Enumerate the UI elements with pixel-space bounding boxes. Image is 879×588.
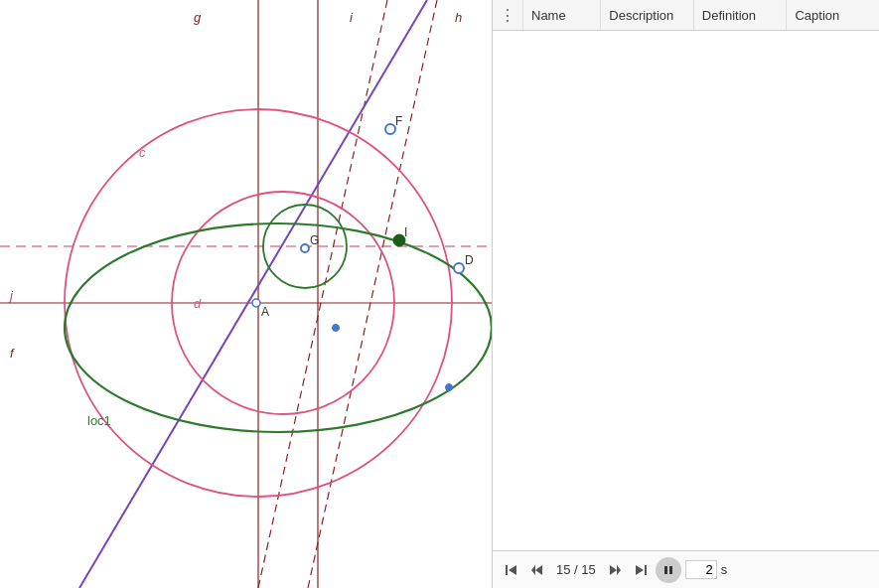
frame-counter: 15 / 15 (552, 562, 600, 577)
geometry-canvas[interactable]: j f g i h c d loc1 F D I G A (0, 0, 492, 588)
svg-line-3 (258, 0, 387, 588)
right-panel: ⋮ Name Description Definition Caption 15… (492, 0, 879, 588)
step-forward-button[interactable] (604, 561, 626, 579)
svg-point-14 (301, 244, 309, 252)
label-c: c (139, 145, 146, 160)
svg-line-4 (308, 0, 437, 588)
label-i: i (350, 10, 354, 25)
svg-point-12 (454, 263, 464, 273)
svg-rect-24 (645, 565, 647, 575)
step-back-button[interactable] (526, 561, 548, 579)
col-name: Name (522, 0, 600, 30)
svg-marker-20 (535, 565, 542, 575)
table-header: ⋮ Name Description Definition Caption (493, 0, 879, 31)
label-F: F (395, 114, 402, 128)
label-h: h (455, 10, 462, 25)
skip-end-button[interactable] (630, 561, 652, 579)
svg-marker-21 (531, 565, 535, 575)
svg-line-6 (79, 0, 427, 588)
svg-rect-27 (669, 566, 672, 574)
label-loc1: loc1 (87, 413, 111, 428)
svg-marker-22 (610, 565, 617, 575)
play-pause-button[interactable] (656, 557, 681, 583)
col-caption: Caption (786, 0, 879, 30)
speed-unit: s (721, 562, 728, 577)
label-A: A (261, 305, 269, 319)
svg-point-15 (252, 299, 260, 307)
label-I: I (404, 225, 407, 239)
svg-point-16 (333, 325, 340, 332)
svg-marker-25 (636, 565, 644, 575)
col-definition: Definition (693, 0, 787, 30)
col-description: Description (600, 0, 693, 30)
svg-marker-23 (617, 565, 621, 575)
svg-marker-19 (509, 565, 516, 575)
menu-dots[interactable]: ⋮ (493, 6, 522, 25)
label-f: f (10, 346, 15, 361)
svg-point-9 (65, 223, 492, 432)
label-G: G (310, 233, 319, 247)
label-j: j (8, 288, 14, 303)
skip-start-button[interactable] (501, 561, 522, 579)
label-d: d (194, 296, 202, 311)
label-D: D (465, 253, 474, 267)
speed-input[interactable] (685, 560, 717, 579)
animation-bar: 15 / 15 s (493, 550, 879, 588)
svg-rect-18 (506, 565, 508, 575)
svg-rect-26 (664, 566, 667, 574)
table-body (493, 31, 879, 550)
svg-point-11 (385, 124, 395, 134)
svg-point-17 (446, 384, 453, 391)
label-g: g (194, 10, 202, 25)
